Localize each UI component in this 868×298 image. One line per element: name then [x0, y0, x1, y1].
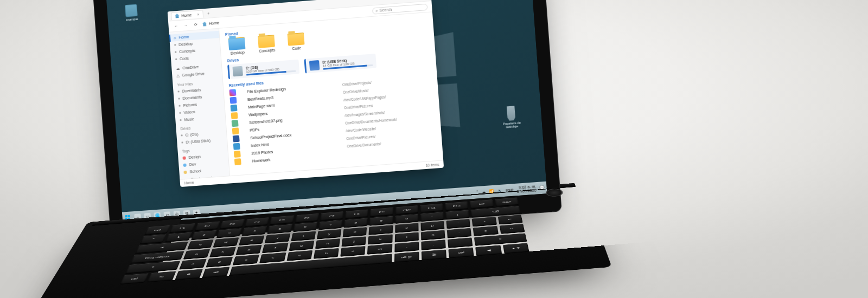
key[interactable]: ç: [473, 226, 498, 236]
drive-d[interactable]: D: (USB Stick) 14 GB free of 128 GB: [304, 54, 376, 73]
recent-file-name[interactable]: Wallpapers: [248, 106, 337, 116]
key[interactable]: F1: [169, 223, 195, 233]
sidebar-item-home[interactable]: ⌂ Home: [169, 31, 220, 42]
key[interactable]: F7: [320, 211, 344, 221]
key[interactable]: º: [140, 234, 167, 244]
sidebar-tag-dev[interactable]: Dev: [178, 158, 229, 169]
key[interactable]: 0: [395, 214, 418, 224]
key[interactable]: 1: [165, 232, 192, 242]
key[interactable]: ❖: [175, 269, 203, 280]
sidebar-item-pictures[interactable]: Pictures: [174, 99, 225, 109]
nav-forward[interactable]: →: [182, 22, 189, 29]
sidebar-item-gdrive[interactable]: △ Google Drive: [172, 69, 222, 80]
key[interactable]: y: [317, 229, 342, 239]
new-tab-button[interactable]: ＋: [206, 10, 210, 16]
key[interactable]: +: [472, 217, 497, 226]
key[interactable]: 7: [318, 220, 343, 230]
key[interactable]: esc: [144, 225, 171, 235]
pinned-code[interactable]: Code: [284, 33, 308, 51]
recent-file-name[interactable]: SchoolProjectFinal.docx: [250, 129, 339, 139]
key[interactable]: ◀: [476, 245, 502, 256]
sidebar-item-downloads[interactable]: Downloads: [173, 85, 224, 95]
key[interactable]: 6: [293, 222, 317, 232]
key[interactable]: ▲▼: [503, 243, 529, 254]
key[interactable]: F12: [445, 202, 468, 211]
key[interactable]: r: [265, 234, 290, 244]
key[interactable]: ñ: [421, 230, 445, 241]
breadcrumb[interactable]: Home: [202, 21, 219, 26]
desktop-shortcut[interactable]: example: [118, 3, 145, 22]
key[interactable]: v: [286, 250, 312, 261]
tab-home[interactable]: Home ×: [171, 10, 203, 20]
key[interactable]: ctrl: [120, 273, 149, 284]
key[interactable]: b: [314, 248, 339, 259]
sidebar-tag-school[interactable]: School: [179, 165, 229, 176]
key[interactable]: ☰: [422, 249, 447, 260]
key[interactable]: alt gr: [394, 251, 419, 262]
recent-file-name[interactable]: MainPage.xaml: [248, 99, 337, 109]
sidebar-item-c-drive[interactable]: C: (OS): [176, 128, 227, 139]
key[interactable]: p: [420, 221, 444, 231]
key[interactable]: k: [368, 234, 393, 244]
pinned-desktop[interactable]: Desktop: [226, 37, 249, 56]
key[interactable]: g: [289, 241, 314, 251]
recent-file-name[interactable]: PDFs: [250, 121, 339, 132]
recent-file-name[interactable]: File Explorer Redesign: [247, 83, 336, 93]
drive-c[interactable]: C: (OS) 100 GB free of 500 GB: [227, 60, 299, 79]
key[interactable]: ¡: [446, 210, 470, 220]
key[interactable]: d: [236, 245, 263, 255]
key[interactable]: `: [446, 219, 471, 229]
pinned-concepts[interactable]: Concepts: [255, 35, 278, 54]
key[interactable]: ': [420, 212, 444, 222]
recent-file-name[interactable]: BestBeats.mp3: [247, 90, 336, 101]
key[interactable]: f: [262, 243, 288, 253]
key[interactable]: .: [421, 239, 446, 250]
key[interactable]: 8: [344, 218, 368, 228]
key[interactable]: c: [259, 252, 286, 263]
key[interactable]: -: [448, 237, 473, 248]
key[interactable]: alt: [202, 267, 229, 278]
key[interactable]: F9: [370, 208, 393, 217]
key[interactable]: ´: [447, 228, 472, 238]
key[interactable]: F2: [194, 222, 220, 231]
key[interactable]: q: [187, 239, 213, 250]
key[interactable]: ctrl: [449, 247, 474, 258]
sidebar-tag-design[interactable]: Design: [178, 151, 228, 162]
key[interactable]: w: [213, 237, 239, 248]
key[interactable]: 3: [216, 228, 241, 238]
key[interactable]: x: [233, 255, 260, 265]
key[interactable]: 9: [369, 216, 393, 226]
sidebar-item-d-drive[interactable]: D: (USB Stick): [177, 135, 227, 146]
key[interactable]: <: [179, 259, 207, 270]
key[interactable]: t: [291, 231, 316, 242]
key[interactable]: o: [395, 223, 419, 233]
recent-file-name[interactable]: Homework: [252, 152, 341, 163]
key[interactable]: fn: [147, 271, 176, 282]
recent-file-name[interactable]: Screenshot107.png: [249, 114, 338, 124]
key[interactable]: supr: [495, 197, 519, 206]
sidebar-item-documents[interactable]: Documents: [174, 92, 224, 102]
key[interactable]: h: [315, 238, 340, 249]
key[interactable]: 4: [242, 226, 267, 236]
key[interactable]: i: [369, 225, 393, 235]
sidebar-item-videos[interactable]: Videos: [175, 106, 225, 116]
key[interactable]: ,: [394, 242, 419, 252]
key[interactable]: e: [239, 235, 265, 245]
key[interactable]: m: [367, 244, 392, 255]
key[interactable]: F5: [270, 216, 294, 225]
key[interactable]: ins: [470, 199, 494, 209]
power-button[interactable]: [546, 189, 563, 196]
key[interactable]: 5: [267, 224, 292, 234]
sidebar-item-code[interactable]: Code: [171, 53, 221, 63]
key[interactable]: n: [340, 246, 365, 257]
recycle-bin[interactable]: Papelera de reciclaje: [497, 105, 526, 129]
key[interactable]: j: [342, 236, 367, 247]
key[interactable]: l: [394, 232, 418, 243]
key[interactable]: z: [206, 257, 233, 268]
sidebar-item-music[interactable]: Music: [175, 113, 226, 124]
sidebar-item-concepts[interactable]: Concepts: [170, 45, 221, 56]
tab-close-icon[interactable]: ×: [197, 12, 200, 16]
key[interactable]: F4: [245, 217, 270, 227]
recent-file-name[interactable]: 2019 Photos: [251, 145, 340, 155]
key[interactable]: ↵: [499, 224, 525, 234]
